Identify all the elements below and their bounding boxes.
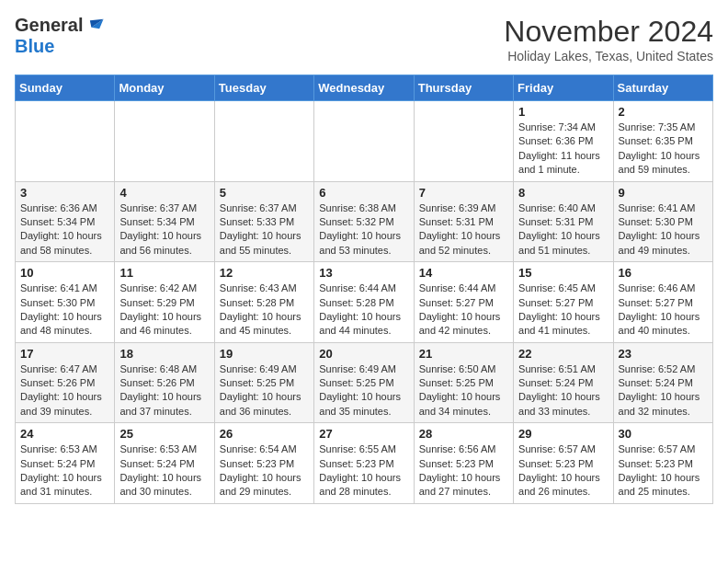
day-info: Sunrise: 6:41 AM Sunset: 5:30 PM Dayligh…: [20, 282, 109, 339]
calendar-cell: [115, 101, 214, 182]
calendar-table: SundayMondayTuesdayWednesdayThursdayFrid…: [15, 75, 713, 504]
day-info: Sunrise: 7:34 AM Sunset: 6:36 PM Dayligh…: [518, 121, 608, 178]
logo: General Blue: [15, 15, 105, 57]
calendar-week-row: 17Sunrise: 6:47 AM Sunset: 5:26 PM Dayli…: [16, 342, 713, 423]
calendar-cell: 2Sunrise: 7:35 AM Sunset: 6:35 PM Daylig…: [613, 101, 712, 182]
day-number: 1: [518, 105, 608, 119]
day-info: Sunrise: 6:52 AM Sunset: 5:24 PM Dayligh…: [619, 362, 708, 419]
day-info: Sunrise: 6:57 AM Sunset: 5:23 PM Dayligh…: [619, 442, 708, 500]
day-info: Sunrise: 6:44 AM Sunset: 5:27 PM Dayligh…: [419, 282, 508, 339]
col-header-tuesday: Tuesday: [214, 75, 313, 101]
calendar-cell: 26Sunrise: 6:54 AM Sunset: 5:23 PM Dayli…: [214, 423, 313, 504]
day-number: 12: [220, 266, 309, 280]
calendar-cell: 29Sunrise: 6:57 AM Sunset: 5:23 PM Dayli…: [514, 423, 613, 504]
day-number: 19: [220, 347, 309, 361]
calendar-cell: 6Sunrise: 6:38 AM Sunset: 5:32 PM Daylig…: [314, 181, 414, 262]
calendar-cell: 9Sunrise: 6:41 AM Sunset: 5:30 PM Daylig…: [613, 181, 712, 262]
day-info: Sunrise: 6:45 AM Sunset: 5:27 PM Dayligh…: [518, 282, 608, 339]
day-info: Sunrise: 6:36 AM Sunset: 5:34 PM Dayligh…: [20, 201, 109, 259]
day-number: 26: [220, 427, 309, 441]
calendar-cell: 17Sunrise: 6:47 AM Sunset: 5:26 PM Dayli…: [16, 342, 115, 423]
calendar-cell: 7Sunrise: 6:39 AM Sunset: 5:31 PM Daylig…: [414, 181, 513, 262]
calendar-cell: 11Sunrise: 6:42 AM Sunset: 5:29 PM Dayli…: [115, 262, 214, 343]
day-number: 2: [619, 105, 708, 119]
month-title: November 2024: [504, 15, 713, 49]
day-number: 25: [119, 427, 209, 441]
calendar-cell: 30Sunrise: 6:57 AM Sunset: 5:23 PM Dayli…: [613, 423, 712, 504]
day-info: Sunrise: 6:48 AM Sunset: 5:26 PM Dayligh…: [119, 362, 209, 419]
day-info: Sunrise: 6:53 AM Sunset: 5:24 PM Dayligh…: [20, 442, 109, 500]
day-number: 20: [319, 347, 408, 361]
day-info: Sunrise: 6:37 AM Sunset: 5:33 PM Dayligh…: [220, 201, 309, 259]
day-number: 24: [20, 427, 109, 441]
calendar-cell: 13Sunrise: 6:44 AM Sunset: 5:28 PM Dayli…: [314, 262, 414, 343]
day-info: Sunrise: 6:40 AM Sunset: 5:31 PM Dayligh…: [518, 201, 608, 259]
day-info: Sunrise: 6:54 AM Sunset: 5:23 PM Dayligh…: [220, 442, 309, 500]
day-number: 27: [319, 427, 408, 441]
day-number: 9: [619, 186, 708, 200]
day-number: 11: [119, 266, 209, 280]
day-number: 6: [319, 186, 408, 200]
calendar-week-row: 1Sunrise: 7:34 AM Sunset: 6:36 PM Daylig…: [16, 101, 713, 182]
day-number: 15: [518, 266, 608, 280]
calendar-cell: [314, 101, 414, 182]
calendar-cell: 10Sunrise: 6:41 AM Sunset: 5:30 PM Dayli…: [16, 262, 115, 343]
calendar-week-row: 10Sunrise: 6:41 AM Sunset: 5:30 PM Dayli…: [16, 262, 713, 343]
day-info: Sunrise: 7:35 AM Sunset: 6:35 PM Dayligh…: [619, 121, 708, 178]
calendar-cell: 1Sunrise: 7:34 AM Sunset: 6:36 PM Daylig…: [514, 101, 613, 182]
col-header-friday: Friday: [514, 75, 613, 101]
logo-bird-icon: [85, 14, 105, 34]
calendar-header-row: SundayMondayTuesdayWednesdayThursdayFrid…: [16, 75, 713, 101]
calendar-cell: 20Sunrise: 6:49 AM Sunset: 5:25 PM Dayli…: [314, 342, 414, 423]
day-number: 18: [119, 347, 209, 361]
day-info: Sunrise: 6:37 AM Sunset: 5:34 PM Dayligh…: [119, 201, 209, 259]
calendar-cell: 23Sunrise: 6:52 AM Sunset: 5:24 PM Dayli…: [613, 342, 712, 423]
day-info: Sunrise: 6:42 AM Sunset: 5:29 PM Dayligh…: [119, 282, 209, 339]
day-info: Sunrise: 6:56 AM Sunset: 5:23 PM Dayligh…: [419, 442, 508, 500]
day-info: Sunrise: 6:51 AM Sunset: 5:24 PM Dayligh…: [518, 362, 608, 419]
calendar-cell: [414, 101, 513, 182]
calendar-week-row: 3Sunrise: 6:36 AM Sunset: 5:34 PM Daylig…: [16, 181, 713, 262]
calendar-cell: 16Sunrise: 6:46 AM Sunset: 5:27 PM Dayli…: [613, 262, 712, 343]
calendar-cell: 5Sunrise: 6:37 AM Sunset: 5:33 PM Daylig…: [214, 181, 313, 262]
day-number: 23: [619, 347, 708, 361]
calendar-week-row: 24Sunrise: 6:53 AM Sunset: 5:24 PM Dayli…: [16, 423, 713, 504]
calendar-cell: 15Sunrise: 6:45 AM Sunset: 5:27 PM Dayli…: [514, 262, 613, 343]
day-number: 10: [20, 266, 109, 280]
day-info: Sunrise: 6:53 AM Sunset: 5:24 PM Dayligh…: [119, 442, 209, 500]
calendar-cell: 28Sunrise: 6:56 AM Sunset: 5:23 PM Dayli…: [414, 423, 513, 504]
day-number: 3: [20, 186, 109, 200]
day-number: 21: [419, 347, 508, 361]
day-number: 8: [518, 186, 608, 200]
day-number: 4: [119, 186, 209, 200]
day-info: Sunrise: 6:49 AM Sunset: 5:25 PM Dayligh…: [220, 362, 309, 419]
day-info: Sunrise: 6:44 AM Sunset: 5:28 PM Dayligh…: [319, 282, 408, 339]
day-info: Sunrise: 6:47 AM Sunset: 5:26 PM Dayligh…: [20, 362, 109, 419]
calendar-cell: 27Sunrise: 6:55 AM Sunset: 5:23 PM Dayli…: [314, 423, 414, 504]
day-number: 22: [518, 347, 608, 361]
calendar-cell: [16, 101, 115, 182]
calendar-cell: 22Sunrise: 6:51 AM Sunset: 5:24 PM Dayli…: [514, 342, 613, 423]
calendar-cell: 21Sunrise: 6:50 AM Sunset: 5:25 PM Dayli…: [414, 342, 513, 423]
day-info: Sunrise: 6:49 AM Sunset: 5:25 PM Dayligh…: [319, 362, 408, 419]
day-info: Sunrise: 6:57 AM Sunset: 5:23 PM Dayligh…: [518, 442, 608, 500]
col-header-monday: Monday: [115, 75, 214, 101]
title-block: November 2024 Holiday Lakes, Texas, Unit…: [504, 15, 713, 63]
col-header-saturday: Saturday: [613, 75, 712, 101]
day-info: Sunrise: 6:39 AM Sunset: 5:31 PM Dayligh…: [419, 201, 508, 259]
calendar-cell: 14Sunrise: 6:44 AM Sunset: 5:27 PM Dayli…: [414, 262, 513, 343]
day-info: Sunrise: 6:38 AM Sunset: 5:32 PM Dayligh…: [319, 201, 408, 259]
day-info: Sunrise: 6:50 AM Sunset: 5:25 PM Dayligh…: [419, 362, 508, 419]
day-info: Sunrise: 6:55 AM Sunset: 5:23 PM Dayligh…: [319, 442, 408, 500]
day-number: 14: [419, 266, 508, 280]
day-info: Sunrise: 6:41 AM Sunset: 5:30 PM Dayligh…: [619, 201, 708, 259]
day-number: 17: [20, 347, 109, 361]
day-number: 28: [419, 427, 508, 441]
day-number: 13: [319, 266, 408, 280]
logo-blue-text: Blue: [15, 36, 54, 56]
page-header: General Blue November 2024 Holiday Lakes…: [15, 15, 713, 63]
col-header-thursday: Thursday: [414, 75, 513, 101]
day-number: 7: [419, 186, 508, 200]
logo-general-text: General: [15, 15, 83, 36]
calendar-cell: 3Sunrise: 6:36 AM Sunset: 5:34 PM Daylig…: [16, 181, 115, 262]
